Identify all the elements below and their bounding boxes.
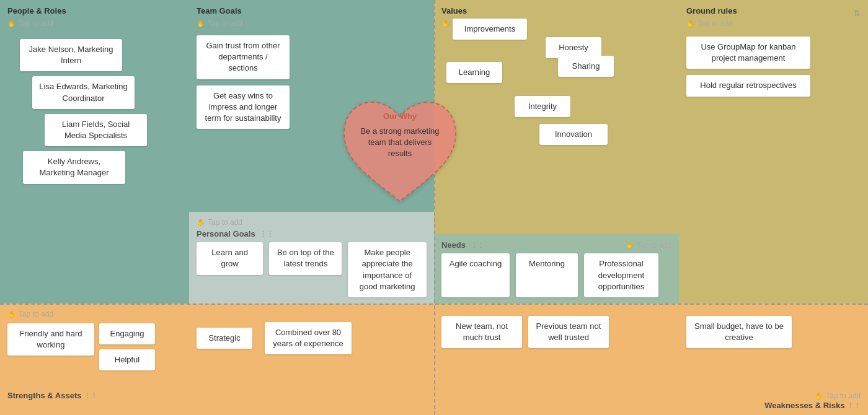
card-integrity[interactable]: Integrity bbox=[515, 96, 570, 117]
card-make-people[interactable]: Make people appreciate the importance of… bbox=[348, 242, 427, 297]
card-small-budget[interactable]: Small budget, have to be creative bbox=[686, 316, 792, 348]
cell-strengths-center: Strategic Combined over 80 years of expe… bbox=[189, 304, 434, 415]
our-why-text: Be a strong marketing team that delivers… bbox=[356, 126, 443, 160]
card-helpful[interactable]: Helpful bbox=[99, 349, 155, 370]
dashed-horizontal-center bbox=[0, 304, 868, 305]
strengths-label: Strengths & Assets ⋮⋮ bbox=[7, 391, 97, 400]
card-professional[interactable]: Professional development opportunities bbox=[584, 253, 658, 297]
cell-weaknesses-center: New team, not much trust Previous team n… bbox=[434, 304, 679, 415]
card-friendly[interactable]: Friendly and hard working bbox=[7, 323, 94, 356]
cell-people-roles: People & Roles Tap to add Jake Nelson, M… bbox=[0, 0, 189, 304]
needs-label: Needs bbox=[441, 240, 484, 250]
weaknesses-label: Weaknesses & Risks ⋮⋮ bbox=[764, 401, 861, 410]
card-strategic[interactable]: Strategic bbox=[197, 328, 252, 349]
tap-to-add-ground-rules[interactable]: Tap to add bbox=[686, 19, 861, 28]
our-why-container: Our Why Be a strong marketing team that … bbox=[332, 81, 468, 223]
card-lisa[interactable]: Lisa Edwards, Marketing Coordinator bbox=[32, 76, 135, 108]
tap-to-add-needs[interactable]: Tap to add bbox=[626, 241, 671, 250]
tap-to-add-weaknesses[interactable]: Tap to add bbox=[815, 391, 861, 400]
card-prev-team[interactable]: Previous team not well trusted bbox=[528, 316, 609, 348]
card-mentoring[interactable]: Mentoring bbox=[516, 253, 578, 297]
card-agile[interactable]: Agile coaching bbox=[441, 253, 510, 297]
cell-weaknesses-right: Small budget, have to be creative Weakne… bbox=[679, 304, 868, 415]
personal-goals-label: Personal Goals bbox=[197, 229, 273, 238]
card-engaging[interactable]: Engaging bbox=[99, 323, 155, 344]
tap-to-add-strengths[interactable]: Tap to add bbox=[7, 310, 182, 318]
card-innovation[interactable]: Innovation bbox=[539, 124, 608, 145]
team-goals-title: Team Goals bbox=[197, 6, 427, 15]
card-improvements[interactable]: Improvements bbox=[453, 19, 527, 40]
card-liam[interactable]: Liam Fields, Social Media Specialists bbox=[45, 114, 147, 146]
board-wrapper: People & Roles Tap to add Jake Nelson, M… bbox=[0, 0, 868, 415]
card-new-team[interactable]: New team, not much trust bbox=[441, 316, 522, 348]
people-roles-title: People & Roles bbox=[7, 6, 182, 15]
cell-ground-rules: Ground rules ⇅ Tap to add Use GroupMap f… bbox=[679, 0, 868, 304]
values-title: Values bbox=[441, 6, 671, 15]
card-be-on-top[interactable]: Be on top of the latest trends bbox=[269, 242, 342, 274]
our-why-label: Our Why bbox=[356, 111, 443, 121]
card-gain-trust[interactable]: Gain trust from other departments / sect… bbox=[197, 35, 290, 79]
ground-rules-title: Ground rules bbox=[686, 6, 737, 15]
tap-to-add-people[interactable]: Tap to add bbox=[7, 19, 182, 28]
card-retrospectives[interactable]: Hold regular retrospectives bbox=[686, 75, 810, 96]
filter-icon[interactable]: ⇅ bbox=[853, 8, 861, 18]
cell-strengths: Tap to add Friendly and hard working Eng… bbox=[0, 304, 189, 415]
tap-to-add-team-goals[interactable]: Tap to add bbox=[197, 19, 427, 28]
card-combined[interactable]: Combined over 80 years of experience bbox=[265, 322, 352, 354]
card-groupmap[interactable]: Use GroupMap for kanban project manageme… bbox=[686, 37, 810, 69]
card-learn-grow[interactable]: Learn and grow bbox=[197, 242, 263, 274]
card-sharing[interactable]: Sharing bbox=[558, 56, 614, 77]
card-jake[interactable]: Jake Nelson, Marketing Intern bbox=[20, 39, 122, 71]
card-kelly[interactable]: Kelly Andrews, Marketing Manager bbox=[23, 151, 125, 183]
cell-values: Values Tap to add Improvements Honesty L… bbox=[434, 0, 679, 304]
card-easy-wins[interactable]: Get easy wins to impress and longer term… bbox=[197, 85, 290, 129]
